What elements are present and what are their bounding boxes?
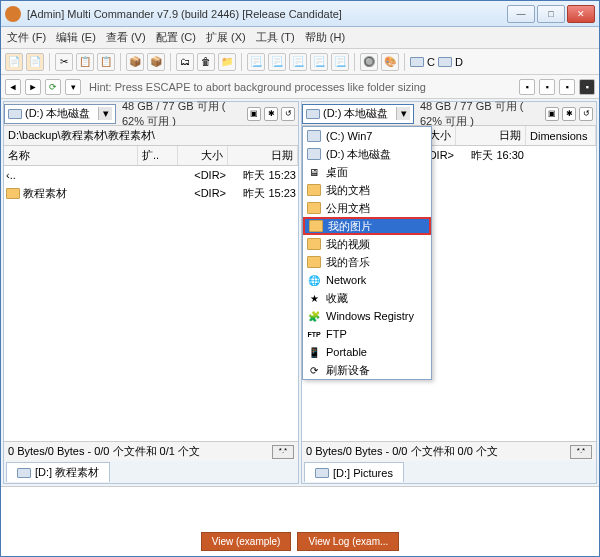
- drive-d-icon[interactable]: [438, 57, 452, 67]
- hint-bar: ◄ ► ⟳ ▾ Hint: Press ESCAPE to abort back…: [1, 75, 599, 99]
- col-dimensions[interactable]: Dimensions: [526, 126, 596, 145]
- tool-icon[interactable]: 📃: [289, 53, 307, 71]
- status-right: 0 Bytes/0 Bytes - 0/0 个文件和 0/0 个文 *.*: [302, 441, 596, 461]
- path-left[interactable]: D:\backup\教程素材\教程素材\: [4, 126, 298, 146]
- tool-icon[interactable]: 🗂: [176, 53, 194, 71]
- dropdown-item-selected[interactable]: 我的图片: [303, 217, 431, 235]
- menu-file[interactable]: 文件 (F): [7, 30, 46, 45]
- folder-icon: [6, 188, 20, 199]
- dropdown-item[interactable]: 我的视频: [303, 235, 431, 253]
- cut-icon[interactable]: ✂: [55, 53, 73, 71]
- tool-icon[interactable]: ↺: [281, 107, 295, 121]
- menu-view[interactable]: 查看 (V): [106, 30, 146, 45]
- tool-icon[interactable]: 📃: [310, 53, 328, 71]
- tool-icon[interactable]: ▪: [579, 79, 595, 95]
- status-text: 0 Bytes/0 Bytes - 0/0 个文件和 0/0 个文: [306, 444, 570, 459]
- tool-icon[interactable]: ▪: [539, 79, 555, 95]
- dropdown-item[interactable]: (D:) 本地磁盘: [303, 145, 431, 163]
- drive-icon: [306, 109, 320, 119]
- tab-right[interactable]: [D:] Pictures: [304, 462, 404, 482]
- tab-left[interactable]: [D:] 教程素材: [6, 462, 110, 482]
- paste-icon[interactable]: 📋: [97, 53, 115, 71]
- folder-icon: [307, 238, 321, 250]
- close-button[interactable]: ✕: [567, 5, 595, 23]
- back-icon[interactable]: ◄: [5, 79, 21, 95]
- drive-label: (D:) 本地磁盘: [323, 106, 388, 121]
- status-left: 0 Bytes/0 Bytes - 0/0 个文件和 0/1 个文 *.*: [4, 441, 298, 461]
- col-date[interactable]: 日期: [456, 126, 526, 145]
- tool-icon[interactable]: 🔘: [360, 53, 378, 71]
- col-size[interactable]: 大小: [178, 146, 228, 165]
- tool-icon[interactable]: 📃: [247, 53, 265, 71]
- tool-icon[interactable]: ▣: [545, 107, 559, 121]
- tool-icon[interactable]: 📃: [331, 53, 349, 71]
- drive-c-icon[interactable]: [410, 57, 424, 67]
- filter-button[interactable]: *.*: [570, 445, 592, 459]
- drive-c-label[interactable]: C: [427, 56, 435, 68]
- dropdown-item[interactable]: ★收藏: [303, 289, 431, 307]
- dropdown-item[interactable]: (C:) Win7: [303, 127, 431, 145]
- copy-icon[interactable]: 📋: [76, 53, 94, 71]
- maximize-button[interactable]: □: [537, 5, 565, 23]
- tool-icon[interactable]: ↺: [579, 107, 593, 121]
- col-date[interactable]: 日期: [228, 146, 298, 165]
- tool-icon[interactable]: 📦: [126, 53, 144, 71]
- drive-dropdown-left[interactable]: (D:) 本地磁盘 ▾: [4, 104, 116, 124]
- drive-dropdown-right[interactable]: (D:) 本地磁盘 ▾: [302, 104, 414, 124]
- col-name[interactable]: 名称: [4, 146, 138, 165]
- dropdown-item[interactable]: 🖥桌面: [303, 163, 431, 181]
- delete-icon[interactable]: 🗑: [197, 53, 215, 71]
- view-log-button[interactable]: View Log (exam...: [297, 532, 399, 551]
- tool-icon[interactable]: 📦: [147, 53, 165, 71]
- menu-ext[interactable]: 扩展 (X): [206, 30, 246, 45]
- view-button[interactable]: View (example): [201, 532, 292, 551]
- menu-help[interactable]: 帮助 (H): [305, 30, 345, 45]
- desktop-icon: 🖥: [307, 166, 321, 178]
- drive-icon: [315, 468, 329, 478]
- tool-icon[interactable]: 📄: [5, 53, 23, 71]
- folder-icon: [309, 220, 323, 232]
- dropdown-item[interactable]: 🧩Windows Registry: [303, 307, 431, 325]
- menu-config[interactable]: 配置 (C): [156, 30, 196, 45]
- color-icon[interactable]: 🎨: [381, 53, 399, 71]
- forward-icon[interactable]: ►: [25, 79, 41, 95]
- minimize-button[interactable]: —: [507, 5, 535, 23]
- dropdown-item[interactable]: 我的文档: [303, 181, 431, 199]
- list-item[interactable]: 教程素材 <DIR> 昨天 15:23: [4, 184, 298, 202]
- file-date: 昨天 15:23: [226, 168, 296, 183]
- drive-d-label[interactable]: D: [455, 56, 463, 68]
- dropdown-item[interactable]: 我的音乐: [303, 253, 431, 271]
- tool-icon[interactable]: ▣: [247, 107, 261, 121]
- dropdown-item[interactable]: 🌐Network: [303, 271, 431, 289]
- col-ext[interactable]: 扩..: [138, 146, 178, 165]
- tool-icon[interactable]: ▪: [559, 79, 575, 95]
- dropdown-item[interactable]: FTPFTP: [303, 325, 431, 343]
- tool-icon[interactable]: ✱: [264, 107, 278, 121]
- tool-icon[interactable]: 📃: [268, 53, 286, 71]
- dropdown-item[interactable]: 公用文档: [303, 199, 431, 217]
- refresh-icon: ⟳: [307, 364, 321, 376]
- tool-icon[interactable]: ▪: [519, 79, 535, 95]
- file-size: <DIR>: [176, 169, 226, 181]
- chevron-icon[interactable]: ▾: [65, 79, 81, 95]
- dropdown-item[interactable]: ⟳刷新设备: [303, 361, 431, 379]
- dropdown-item[interactable]: 📱Portable: [303, 343, 431, 361]
- file-list-left[interactable]: ‹.. <DIR> 昨天 15:23 教程素材 <DIR> 昨天 15:23: [4, 166, 298, 441]
- filter-button[interactable]: *.*: [272, 445, 294, 459]
- tool-icon[interactable]: 📁: [218, 53, 236, 71]
- tool-icon[interactable]: ✱: [562, 107, 576, 121]
- list-item[interactable]: ‹.. <DIR> 昨天 15:23: [4, 166, 298, 184]
- menu-tools[interactable]: 工具 (T): [256, 30, 295, 45]
- bottom-buttons: View (example) View Log (exam...: [0, 532, 600, 551]
- refresh-icon[interactable]: ⟳: [45, 79, 61, 95]
- main-area: (D:) 本地磁盘 ▾ 48 GB / 77 GB 可用 ( 62% 可用 ) …: [1, 99, 599, 486]
- drive-dropdown-list[interactable]: (C:) Win7 (D:) 本地磁盘 🖥桌面 我的文档 公用文档 我的图片 我…: [302, 126, 432, 380]
- file-name: 教程素材: [23, 186, 67, 201]
- file-date: 昨天 15:23: [226, 186, 296, 201]
- chevron-down-icon: ▾: [396, 107, 410, 120]
- drive-label: (D:) 本地磁盘: [25, 106, 90, 121]
- file-size: <DIR>: [176, 187, 226, 199]
- tool-icon[interactable]: 📄: [26, 53, 44, 71]
- menu-edit[interactable]: 编辑 (E): [56, 30, 96, 45]
- drive-icon: [8, 109, 22, 119]
